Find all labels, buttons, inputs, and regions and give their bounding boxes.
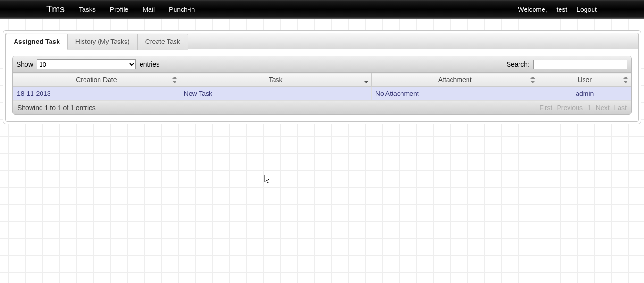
- mouse-cursor-icon: [264, 175, 271, 184]
- tabs-header: Assigned Task History (My Tasks) Create …: [5, 33, 639, 49]
- tab-label: Assigned Task: [14, 38, 60, 45]
- nav-profile[interactable]: Profile: [110, 6, 129, 13]
- nav-punch-in[interactable]: Punch-in: [169, 6, 195, 13]
- user-link[interactable]: test: [557, 6, 568, 13]
- cell-creation-date: 18-11-2013: [13, 87, 180, 101]
- tabs-panel: Assigned Task History (My Tasks) Create …: [3, 30, 641, 124]
- table-header-row: Creation Date Task Attachment User: [13, 73, 631, 87]
- datatable-bottom-bar: Showing 1 to 1 of 1 entries First Previo…: [13, 101, 631, 114]
- tab-assigned-task[interactable]: Assigned Task: [6, 34, 68, 50]
- pager-last[interactable]: Last: [614, 104, 627, 111]
- logout-link[interactable]: Logout: [577, 6, 597, 13]
- pager: First Previous 1 Next Last: [539, 104, 627, 111]
- sort-icon: [172, 77, 177, 83]
- sort-icon: [623, 77, 628, 83]
- datatable-info: Showing 1 to 1 of 1 entries: [17, 104, 96, 111]
- col-attachment[interactable]: Attachment: [371, 73, 538, 87]
- search-label: Search:: [507, 60, 529, 68]
- cell-task: New Task: [180, 87, 371, 101]
- top-navbar: Tms Tasks Profile Mail Punch-in Welcome,…: [0, 0, 644, 19]
- show-entries-select[interactable]: 10: [37, 59, 136, 69]
- pager-first[interactable]: First: [539, 104, 552, 111]
- pager-page-1[interactable]: 1: [587, 104, 591, 111]
- nav-right: Welcome, test Logout: [518, 0, 597, 19]
- datatable-length: Show 10 entries: [17, 59, 159, 69]
- col-label: User: [577, 76, 592, 84]
- col-label: Task: [269, 76, 283, 84]
- brand-title[interactable]: Tms: [46, 4, 65, 15]
- tab-history-my-tasks[interactable]: History (My Tasks): [67, 34, 138, 50]
- pager-previous[interactable]: Previous: [557, 104, 582, 111]
- datatable-table: Creation Date Task Attachment User: [13, 73, 631, 101]
- datatable-search: Search:: [507, 60, 627, 69]
- datatable-top-bar: Show 10 entries Search:: [13, 56, 631, 73]
- tab-label: History (My Tasks): [75, 38, 130, 45]
- welcome-label: Welcome,: [518, 6, 547, 13]
- tab-body: Show 10 entries Search:: [5, 49, 639, 122]
- cell-attachment: No Attachment: [371, 87, 538, 101]
- cell-user: admin: [538, 87, 631, 101]
- pager-next[interactable]: Next: [596, 104, 610, 111]
- tab-label: Create Task: [145, 38, 180, 45]
- sort-desc-icon: [364, 77, 368, 83]
- search-input[interactable]: [533, 60, 627, 69]
- col-task[interactable]: Task: [180, 73, 371, 87]
- sort-icon: [530, 77, 535, 83]
- tab-create-task[interactable]: Create Task: [137, 34, 188, 50]
- col-user[interactable]: User: [538, 73, 631, 87]
- col-creation-date[interactable]: Creation Date: [13, 73, 180, 87]
- table-row[interactable]: 18-11-2013 New Task No Attachment admin: [13, 87, 631, 101]
- nav-tasks[interactable]: Tasks: [79, 6, 96, 13]
- entries-label: entries: [140, 60, 159, 68]
- nav-mail[interactable]: Mail: [142, 6, 155, 13]
- col-label: Attachment: [438, 76, 472, 84]
- datatable: Show 10 entries Search:: [12, 56, 632, 115]
- show-label: Show: [17, 60, 33, 68]
- col-label: Creation Date: [76, 76, 117, 84]
